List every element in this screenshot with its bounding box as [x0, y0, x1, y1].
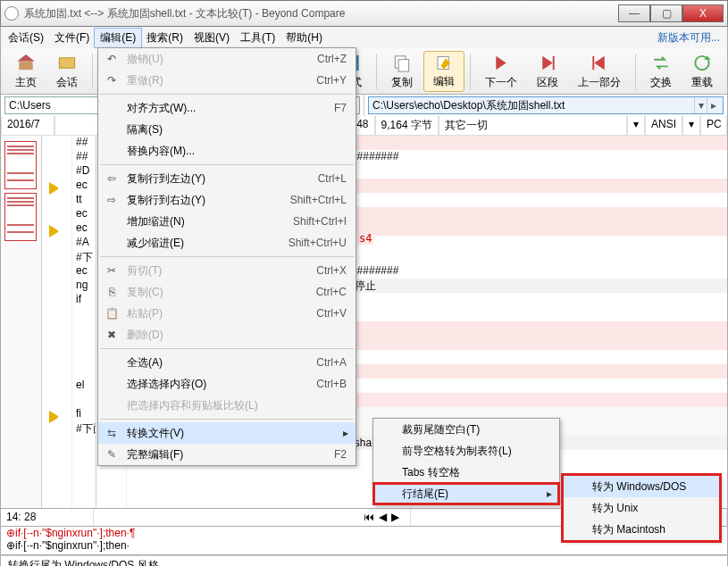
mi-tabs-to-spaces[interactable]: Tabs 转空格	[373, 462, 559, 483]
separator	[376, 54, 377, 89]
mi-select-all[interactable]: 全选(A)Ctrl+A	[98, 352, 356, 373]
tb-home[interactable]: 主页	[6, 51, 46, 92]
window-title: 系统加固.txt <--> 系统加固shell.txt - 文本比较(T) - …	[24, 6, 618, 21]
menu-session[interactable]: 会话(S)	[8, 30, 44, 46]
nav-next-icon[interactable]: ▶	[391, 511, 399, 523]
mi-copy-left[interactable]: ⇦复制行到左边(Y)Ctrl+L	[98, 168, 356, 189]
eol-submenu: 转为 Windows/DOS 转为 Unix 转为 Macintosh	[563, 475, 720, 541]
mi-delete[interactable]: ✖删除(D)	[98, 324, 356, 345]
mi-replace-label: 替换内容(M)...	[127, 144, 195, 159]
mi-cut[interactable]: ✂剪切(T)Ctrl+X	[98, 260, 356, 281]
thumbnail-strip[interactable]	[1, 136, 42, 508]
tb-reload[interactable]: 重载	[682, 51, 722, 92]
menu-file[interactable]: 文件(F)	[54, 30, 89, 46]
mi-del-label: 删除(D)	[127, 328, 163, 343]
titlebar: 系统加固.txt <--> 系统加固shell.txt - 文本比较(T) - …	[0, 0, 728, 27]
right-pc: PC	[700, 116, 727, 136]
right-enc-dd2[interactable]: ▾	[682, 116, 700, 136]
menu-edit[interactable]: 编辑(E)	[94, 28, 142, 48]
mi-isolate[interactable]: 隔离(S)	[98, 119, 356, 140]
mi-cut-label: 剪切(T)	[127, 263, 162, 279]
svg-marker-11	[594, 55, 605, 69]
tb-swap[interactable]: 交换	[641, 51, 681, 92]
mi-select-changes[interactable]: 选择选择内容(O)Ctrl+B	[98, 373, 356, 395]
menu-help[interactable]: 帮助(H)	[286, 30, 322, 46]
svg-rect-0	[19, 61, 32, 70]
tb-copy-label: 复制	[391, 75, 413, 90]
close-button[interactable]: X	[682, 4, 724, 22]
tb-edit[interactable]: 编辑	[423, 51, 464, 92]
mi-line-endings[interactable]: 行结尾(E)▸	[373, 483, 559, 504]
mi-trim-trailing[interactable]: 裁剪尾随空白(T)	[373, 419, 559, 440]
left-path-text: C:\Users	[9, 99, 51, 112]
paste-icon: 📋	[104, 307, 120, 320]
mi-redo[interactable]: ↷重做(R)Ctrl+Y	[98, 70, 356, 91]
mi-eol-win-label: 转为 Windows/DOS	[592, 479, 686, 495]
tb-copy[interactable]: 复制	[382, 51, 422, 92]
mi-undo-label: 撤销(U)	[127, 52, 163, 67]
svg-rect-12	[592, 55, 594, 69]
right-rest: 其它一切	[439, 116, 627, 136]
diff-arrow-icon	[49, 411, 63, 423]
tb-home-label: 主页	[15, 75, 37, 90]
svg-rect-2	[59, 57, 74, 68]
mi-eol-unix[interactable]: 转为 Unix	[564, 497, 719, 519]
mi-leading-to-tabs[interactable]: 前导空格转为制表符(L)	[373, 440, 559, 462]
arrow-right-icon: ⇨	[104, 194, 120, 206]
diff-arrow-icon	[49, 225, 63, 237]
mi-paste[interactable]: 📋粘贴(P)Ctrl+V	[98, 303, 356, 324]
left-code-pane[interactable]: #####Decttecec#A#下ecngifelfi#下面是检查jboss的…	[42, 136, 96, 508]
tb-session-label: 会话	[56, 75, 78, 90]
tb-edit-label: 编辑	[433, 74, 455, 89]
tb-next[interactable]: 下一个	[476, 51, 526, 92]
menu-tools[interactable]: 工具(T)	[240, 30, 275, 46]
right-path-input[interactable]: C:\Users\echo\Desktop\系统加固shell.txt ▾ ▸	[368, 96, 724, 114]
mi-full-edit[interactable]: ✎完整编辑(F)F2	[98, 444, 356, 465]
app-icon	[4, 6, 19, 21]
copy-icon: ⎘	[104, 286, 120, 298]
mi-unindent[interactable]: 减少缩进(E)Shift+Ctrl+U	[98, 232, 356, 254]
left-date: 2016/7	[1, 116, 54, 136]
tb-seg-label: 区段	[537, 75, 558, 90]
mi-eol-label: 行结尾(E)	[402, 487, 448, 502]
redo-icon: ↷	[104, 74, 120, 87]
mi-eol-mac[interactable]: 转为 Macintosh	[564, 519, 719, 540]
nav-prev-icon[interactable]: ◀	[379, 511, 387, 523]
menu-search[interactable]: 搜索(R)	[146, 30, 183, 46]
maximize-button[interactable]: ▢	[650, 4, 682, 22]
peek-text: s4	[357, 232, 373, 245]
mi-align[interactable]: 对齐方式(W)...F7	[98, 97, 356, 119]
svg-marker-1	[17, 54, 34, 61]
mi-undo[interactable]: ↶撤销(U)Ctrl+Z	[98, 48, 356, 70]
tb-prev[interactable]: 上一部分	[569, 51, 630, 92]
right-path-text: C:\Users\echo\Desktop\系统加固shell.txt	[372, 98, 694, 113]
mi-paste-label: 粘贴(P)	[127, 306, 163, 321]
mi-indent[interactable]: 增加缩进(N)Shift+Ctrl+I	[98, 211, 356, 232]
mi-clipboard-compare[interactable]: 把选择内容和剪贴板比较(L)	[98, 395, 356, 416]
nav-first-icon[interactable]: ⏮	[364, 511, 374, 523]
chevron-right-icon: ▸	[547, 487, 552, 500]
mi-eol-windows[interactable]: 转为 Windows/DOS	[564, 476, 719, 497]
mi-copy[interactable]: ⎘复制(C)Ctrl+C	[98, 281, 356, 303]
right-enc-dd[interactable]: ▾	[627, 116, 645, 136]
mi-trim-label: 裁剪尾随空白(T)	[402, 422, 480, 437]
tb-session[interactable]: 会话	[47, 51, 87, 92]
mi-lead-label: 前导空格转为制表符(L)	[402, 444, 512, 459]
tb-segment[interactable]: 区段	[528, 51, 567, 92]
mi-copy-right[interactable]: ⇨复制行到右边(Y)Shift+Ctrl+L	[98, 189, 356, 211]
minimize-button[interactable]: —	[618, 4, 650, 22]
mi-convert-file[interactable]: ⇆转换文件(V)▸	[98, 422, 356, 444]
path-browse-icon[interactable]: ▸	[707, 97, 719, 113]
mi-selchg-label: 选择选择内容(O)	[127, 377, 206, 392]
tb-swap-label: 交换	[650, 75, 672, 90]
separator	[470, 54, 471, 89]
new-version-link[interactable]: 新版本可用...	[657, 30, 720, 46]
mi-eol-mac-label: 转为 Macintosh	[592, 522, 665, 537]
undo-icon: ↶	[104, 53, 120, 65]
menu-view[interactable]: 视图(V)	[194, 30, 230, 46]
mi-align-label: 对齐方式(W)...	[127, 101, 196, 116]
svg-rect-6	[398, 59, 409, 71]
mi-full-label: 完整编辑(F)	[127, 447, 183, 462]
path-dropdown-icon[interactable]: ▾	[694, 97, 707, 113]
mi-replace[interactable]: 替换内容(M)...	[98, 140, 356, 162]
